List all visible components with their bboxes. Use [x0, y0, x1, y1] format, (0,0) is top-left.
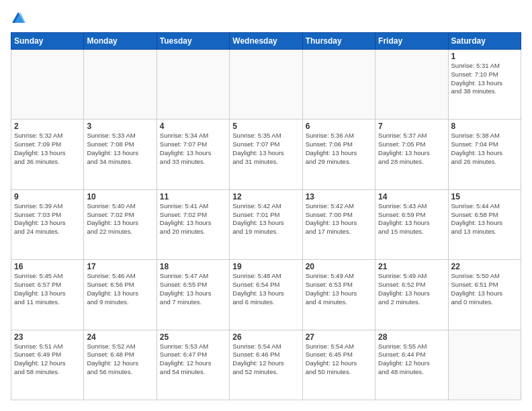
page: SundayMondayTuesdayWednesdayThursdayFrid… [0, 0, 532, 411]
day-info: Sunrise: 5:39 AM Sunset: 7:03 PM Dayligh… [14, 202, 81, 236]
day-number: 5 [232, 122, 299, 131]
day-number: 17 [87, 262, 153, 271]
day-info: Sunrise: 5:43 AM Sunset: 6:59 PM Dayligh… [378, 202, 445, 236]
day-number: 13 [306, 192, 372, 201]
calendar-cell: 25Sunrise: 5:53 AM Sunset: 6:47 PM Dayli… [157, 330, 229, 400]
day-number: 19 [232, 262, 299, 271]
day-number: 27 [306, 332, 372, 342]
calendar-cell: 12Sunrise: 5:42 AM Sunset: 7:01 PM Dayli… [230, 189, 302, 259]
calendar-cell: 18Sunrise: 5:47 AM Sunset: 6:55 PM Dayli… [157, 260, 229, 330]
weekday-header: Monday [84, 33, 157, 50]
day-info: Sunrise: 5:38 AM Sunset: 7:04 PM Dayligh… [451, 132, 518, 166]
day-info: Sunrise: 5:34 AM Sunset: 7:07 PM Dayligh… [160, 132, 226, 166]
calendar-cell [157, 50, 229, 120]
weekday-header: Saturday [448, 33, 521, 50]
day-info: Sunrise: 5:31 AM Sunset: 7:10 PM Dayligh… [451, 62, 518, 96]
day-number: 3 [87, 122, 153, 131]
calendar-week-row: 9Sunrise: 5:39 AM Sunset: 7:03 PM Daylig… [11, 189, 521, 259]
calendar-cell: 16Sunrise: 5:45 AM Sunset: 6:57 PM Dayli… [11, 260, 84, 330]
calendar-cell: 26Sunrise: 5:54 AM Sunset: 6:46 PM Dayli… [230, 330, 302, 400]
weekday-header: Sunday [11, 33, 84, 50]
day-info: Sunrise: 5:52 AM Sunset: 6:48 PM Dayligh… [87, 342, 153, 377]
day-number: 24 [87, 332, 153, 342]
weekday-header: Wednesday [230, 33, 302, 50]
calendar-week-row: 16Sunrise: 5:45 AM Sunset: 6:57 PM Dayli… [11, 260, 521, 330]
day-info: Sunrise: 5:49 AM Sunset: 6:53 PM Dayligh… [306, 272, 372, 306]
calendar-cell [448, 330, 521, 400]
calendar-cell: 8Sunrise: 5:38 AM Sunset: 7:04 PM Daylig… [448, 120, 521, 189]
day-number: 9 [14, 192, 81, 201]
day-number: 21 [378, 262, 445, 271]
weekday-header-row: SundayMondayTuesdayWednesdayThursdayFrid… [11, 33, 521, 50]
calendar-cell: 14Sunrise: 5:43 AM Sunset: 6:59 PM Dayli… [375, 189, 448, 259]
day-info: Sunrise: 5:44 AM Sunset: 6:58 PM Dayligh… [451, 202, 518, 236]
calendar-week-row: 2Sunrise: 5:32 AM Sunset: 7:09 PM Daylig… [11, 120, 521, 189]
day-number: 11 [160, 192, 226, 201]
day-number: 2 [14, 122, 81, 131]
calendar-cell: 1Sunrise: 5:31 AM Sunset: 7:10 PM Daylig… [448, 50, 521, 120]
calendar-cell: 28Sunrise: 5:55 AM Sunset: 6:44 PM Dayli… [375, 330, 448, 400]
day-info: Sunrise: 5:35 AM Sunset: 7:07 PM Dayligh… [232, 132, 299, 166]
day-info: Sunrise: 5:41 AM Sunset: 7:02 PM Dayligh… [160, 202, 226, 236]
day-number: 23 [14, 332, 81, 342]
calendar-cell: 13Sunrise: 5:42 AM Sunset: 7:00 PM Dayli… [302, 189, 375, 259]
calendar-cell [11, 50, 84, 120]
day-number: 15 [451, 192, 518, 201]
day-info: Sunrise: 5:33 AM Sunset: 7:08 PM Dayligh… [87, 132, 153, 166]
calendar-cell [375, 50, 448, 120]
weekday-header: Friday [375, 33, 448, 50]
day-info: Sunrise: 5:54 AM Sunset: 6:46 PM Dayligh… [232, 342, 299, 377]
day-info: Sunrise: 5:46 AM Sunset: 6:56 PM Dayligh… [87, 272, 153, 306]
calendar-cell: 5Sunrise: 5:35 AM Sunset: 7:07 PM Daylig… [230, 120, 302, 189]
day-info: Sunrise: 5:47 AM Sunset: 6:55 PM Dayligh… [160, 272, 226, 306]
day-number: 22 [451, 262, 518, 271]
day-number: 10 [87, 192, 153, 201]
day-number: 6 [306, 122, 372, 131]
day-info: Sunrise: 5:37 AM Sunset: 7:05 PM Dayligh… [378, 132, 445, 166]
day-number: 12 [232, 192, 299, 201]
day-number: 1 [451, 52, 518, 61]
day-info: Sunrise: 5:53 AM Sunset: 6:47 PM Dayligh… [160, 342, 226, 377]
day-number: 26 [232, 332, 299, 342]
weekday-header: Tuesday [157, 33, 229, 50]
calendar-cell: 24Sunrise: 5:52 AM Sunset: 6:48 PM Dayli… [84, 330, 157, 400]
calendar-cell: 17Sunrise: 5:46 AM Sunset: 6:56 PM Dayli… [84, 260, 157, 330]
day-number: 18 [160, 262, 226, 271]
calendar-week-row: 23Sunrise: 5:51 AM Sunset: 6:49 PM Dayli… [11, 330, 521, 400]
calendar-cell: 20Sunrise: 5:49 AM Sunset: 6:53 PM Dayli… [302, 260, 375, 330]
calendar-cell: 10Sunrise: 5:40 AM Sunset: 7:02 PM Dayli… [84, 189, 157, 259]
day-number: 4 [160, 122, 226, 131]
day-info: Sunrise: 5:54 AM Sunset: 6:45 PM Dayligh… [306, 342, 372, 377]
day-info: Sunrise: 5:50 AM Sunset: 6:51 PM Dayligh… [451, 272, 518, 306]
calendar-cell [302, 50, 375, 120]
calendar-cell [84, 50, 157, 120]
calendar-cell: 11Sunrise: 5:41 AM Sunset: 7:02 PM Dayli… [157, 189, 229, 259]
calendar-cell: 9Sunrise: 5:39 AM Sunset: 7:03 PM Daylig… [11, 189, 84, 259]
calendar-cell: 2Sunrise: 5:32 AM Sunset: 7:09 PM Daylig… [11, 120, 84, 189]
day-number: 14 [378, 192, 445, 201]
day-info: Sunrise: 5:49 AM Sunset: 6:52 PM Dayligh… [378, 272, 445, 306]
calendar-table: SundayMondayTuesdayWednesdayThursdayFrid… [11, 32, 521, 400]
weekday-header: Thursday [302, 33, 375, 50]
day-number: 28 [378, 332, 445, 342]
calendar-cell: 3Sunrise: 5:33 AM Sunset: 7:08 PM Daylig… [84, 120, 157, 189]
day-info: Sunrise: 5:42 AM Sunset: 7:00 PM Dayligh… [306, 202, 372, 236]
day-info: Sunrise: 5:55 AM Sunset: 6:44 PM Dayligh… [378, 342, 445, 377]
calendar-cell: 4Sunrise: 5:34 AM Sunset: 7:07 PM Daylig… [157, 120, 229, 189]
calendar-cell [230, 50, 302, 120]
logo-icon [11, 11, 26, 26]
calendar-cell: 21Sunrise: 5:49 AM Sunset: 6:52 PM Dayli… [375, 260, 448, 330]
calendar-week-row: 1Sunrise: 5:31 AM Sunset: 7:10 PM Daylig… [11, 50, 521, 120]
day-info: Sunrise: 5:40 AM Sunset: 7:02 PM Dayligh… [87, 202, 153, 236]
calendar-cell: 19Sunrise: 5:48 AM Sunset: 6:54 PM Dayli… [230, 260, 302, 330]
day-number: 16 [14, 262, 81, 271]
day-number: 8 [451, 122, 518, 131]
calendar-cell: 7Sunrise: 5:37 AM Sunset: 7:05 PM Daylig… [375, 120, 448, 189]
day-info: Sunrise: 5:32 AM Sunset: 7:09 PM Dayligh… [14, 132, 81, 166]
day-number: 7 [378, 122, 445, 131]
calendar-cell: 27Sunrise: 5:54 AM Sunset: 6:45 PM Dayli… [302, 330, 375, 400]
day-info: Sunrise: 5:48 AM Sunset: 6:54 PM Dayligh… [232, 272, 299, 306]
day-info: Sunrise: 5:36 AM Sunset: 7:06 PM Dayligh… [306, 132, 372, 166]
day-info: Sunrise: 5:42 AM Sunset: 7:01 PM Dayligh… [232, 202, 299, 236]
calendar-cell: 15Sunrise: 5:44 AM Sunset: 6:58 PM Dayli… [448, 189, 521, 259]
